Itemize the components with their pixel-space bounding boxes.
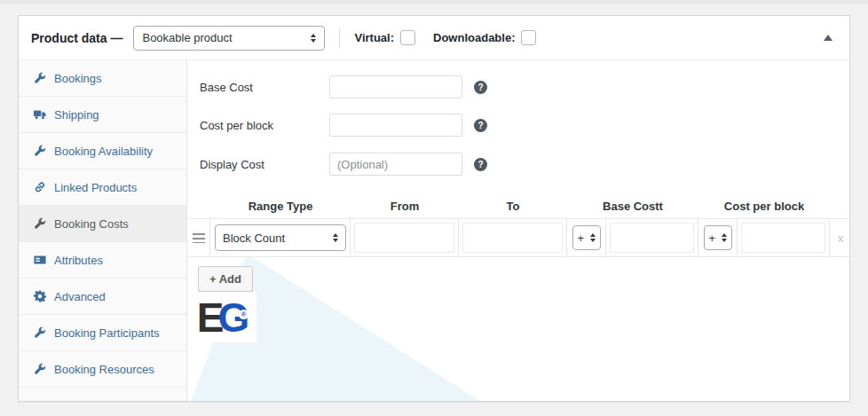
wrench-icon (33, 145, 46, 158)
virtual-label: Virtual: (354, 31, 394, 44)
range-cost-per-block-input[interactable] (741, 223, 825, 253)
select-arrows-icon (311, 34, 316, 43)
tab-linked-products[interactable]: Linked Products (19, 169, 186, 206)
tab-booking-participants[interactable]: Booking Participants (19, 315, 186, 351)
collapse-panel-button[interactable] (819, 29, 837, 47)
col-header-base-cost: Base Costt (567, 200, 698, 213)
tab-booking-costs[interactable]: Booking Costs (19, 206, 186, 242)
tab-label: Advanced (54, 290, 106, 303)
drag-handle-icon[interactable] (193, 233, 205, 243)
tab-partial-row (19, 388, 186, 401)
tab-label: Shipping (54, 108, 99, 122)
link-icon (33, 181, 46, 194)
tab-label: Booking Costs (54, 217, 129, 231)
pricing-table-header: Range Type From To Base Costt Cost per b… (187, 197, 849, 215)
wrench-icon (33, 363, 46, 376)
wrench-icon (33, 72, 46, 85)
gear-icon (33, 290, 46, 303)
add-range-button[interactable]: + Add (198, 266, 253, 292)
range-base-cost-input[interactable] (610, 223, 694, 253)
page-background: Product data — Bookable product Virtual:… (0, 0, 868, 416)
display-cost-label: Display Cost (200, 158, 329, 171)
col-header-to: To (459, 200, 567, 213)
base-cost-label: Base Cost (200, 81, 329, 94)
truck-icon (33, 108, 46, 122)
range-from-input[interactable] (354, 223, 454, 253)
help-icon[interactable]: ? (474, 81, 487, 94)
cost-per-block-input[interactable] (329, 114, 462, 137)
wrench-icon (33, 217, 46, 231)
virtual-checkbox[interactable] (400, 30, 415, 45)
tab-label: Booking Participants (54, 326, 160, 340)
tab-label: Bookings (54, 72, 101, 85)
product-data-panel: Product data — Bookable product Virtual:… (18, 15, 850, 402)
range-type-selected-value: Block Count (223, 232, 285, 245)
col-header-range-type: Range Type (210, 200, 351, 213)
tab-label: Linked Products (54, 181, 137, 194)
cost-per-block-row: Cost per block ? (200, 114, 849, 137)
registered-mark-icon: ® (239, 310, 249, 319)
triangle-up-icon (824, 35, 832, 41)
downloadable-label: Downloadable: (433, 31, 515, 44)
pricing-table-row: Block Count + (187, 218, 849, 257)
tab-label: Attributes (54, 254, 103, 267)
tab-label: Booking Availability (54, 145, 153, 158)
product-type-select[interactable]: Bookable product (133, 26, 325, 51)
tab-label: Booking Resources (54, 363, 154, 376)
display-cost-input[interactable] (329, 153, 462, 176)
tab-booking-resources[interactable]: Booking Resources (19, 351, 186, 388)
cost-per-block-label: Cost per block (200, 119, 329, 132)
col-header-from: From (351, 200, 459, 213)
modifier-selected-value: + (709, 232, 716, 245)
col-header-cost-per-block: Cost per block (698, 200, 830, 213)
tab-panel-booking-costs: Base Cost ? Cost per block ? Display Cos… (187, 60, 849, 401)
downloadable-checkbox[interactable] (521, 30, 536, 45)
display-cost-row: Display Cost ? (200, 153, 849, 176)
modifier-selected-value: + (578, 232, 585, 245)
base-cost-row: Base Cost ? (200, 75, 849, 98)
cost-per-block-modifier-select[interactable]: + (704, 225, 732, 250)
panel-body: Bookings Shipping Booking Availability (19, 60, 849, 401)
header-divider (339, 28, 340, 48)
wrench-icon (33, 326, 46, 340)
tab-shipping[interactable]: Shipping (19, 97, 186, 133)
base-cost-input[interactable] (329, 75, 462, 98)
help-icon[interactable]: ? (474, 158, 487, 171)
range-to-input[interactable] (462, 223, 563, 253)
panel-header: Product data — Bookable product Virtual:… (19, 16, 849, 60)
tab-attributes[interactable]: Attributes (19, 242, 186, 279)
product-data-tabs: Bookings Shipping Booking Availability (19, 60, 187, 401)
tab-bookings[interactable]: Bookings (19, 60, 186, 97)
eg-logo: E G ® (187, 292, 256, 342)
tab-booking-availability[interactable]: Booking Availability (19, 133, 186, 169)
select-arrows-icon (333, 233, 338, 242)
select-arrows-icon (590, 233, 596, 242)
select-arrows-icon (722, 233, 727, 242)
range-type-select[interactable]: Block Count (215, 224, 346, 251)
base-cost-modifier-select[interactable]: + (572, 225, 601, 250)
attributes-icon (33, 254, 46, 267)
tab-advanced[interactable]: Advanced (19, 279, 186, 315)
help-icon[interactable]: ? (474, 119, 487, 132)
product-type-selected-value: Bookable product (142, 31, 232, 44)
panel-title: Product data — (31, 31, 122, 45)
remove-row-button[interactable]: x (830, 219, 849, 256)
